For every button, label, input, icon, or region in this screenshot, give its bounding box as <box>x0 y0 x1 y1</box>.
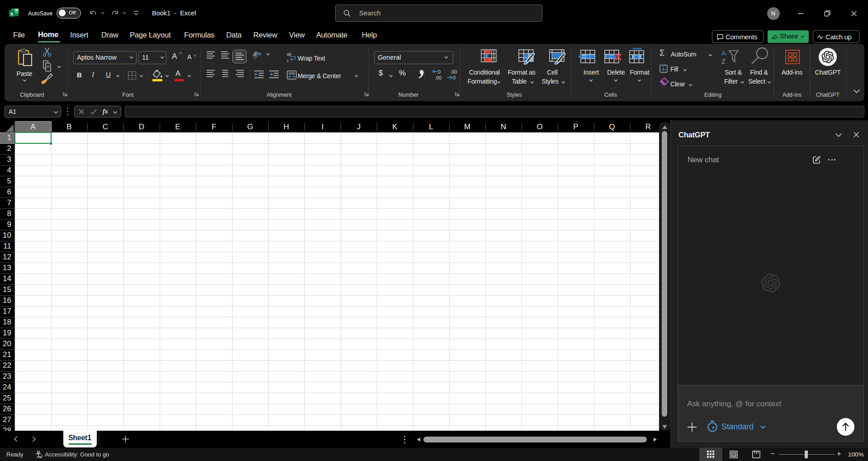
svg-text:0: 0 <box>453 75 455 80</box>
svg-text:.00: .00 <box>435 75 441 80</box>
svg-text:ab: ab <box>287 52 291 56</box>
svg-text:Z: Z <box>721 57 726 65</box>
svg-text:.00: .00 <box>450 69 457 75</box>
svg-text:ab: ab <box>251 50 259 57</box>
svg-text:c: c <box>287 58 289 63</box>
svg-text:A: A <box>721 49 726 57</box>
svg-text:0: 0 <box>438 69 441 75</box>
svg-text:x: x <box>10 11 14 16</box>
